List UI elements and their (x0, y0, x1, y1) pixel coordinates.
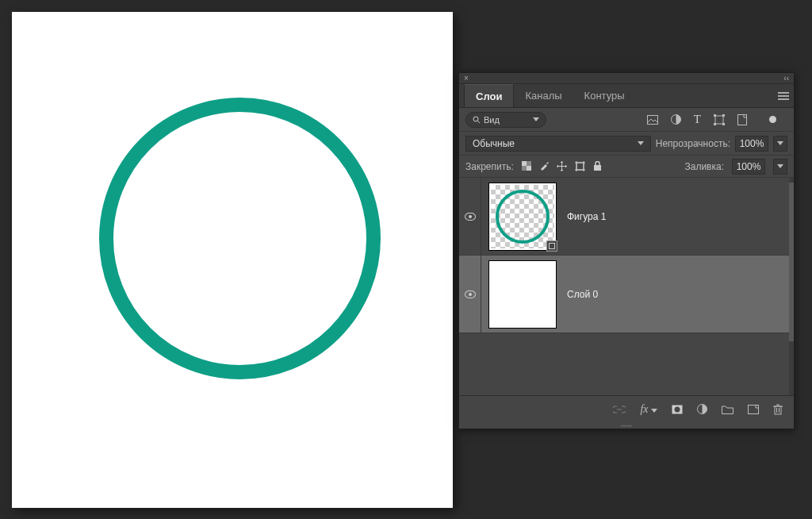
lock-brush-icon[interactable] (539, 161, 549, 171)
layers-panel: × ‹‹ Слои Каналы Контуры Вид T Обычные (458, 72, 795, 429)
svg-rect-19 (594, 165, 601, 171)
visibility-icon[interactable] (465, 290, 476, 298)
tab-layers[interactable]: Слои (464, 84, 514, 107)
svg-rect-4 (715, 116, 723, 124)
new-layer-icon[interactable] (748, 405, 759, 414)
mask-icon[interactable] (672, 405, 683, 414)
filter-toggle[interactable] (769, 116, 776, 123)
lock-all-icon[interactable] (593, 161, 602, 171)
svg-rect-10 (522, 161, 527, 166)
layer-item-shape[interactable]: Фигура 1 (459, 178, 789, 256)
shape-icon[interactable] (714, 114, 725, 125)
svg-rect-14 (576, 163, 584, 170)
layer-thumbnail[interactable] (489, 261, 556, 328)
panel-tab-row: Слои Каналы Контуры (459, 84, 794, 108)
svg-line-1 (478, 121, 481, 123)
svg-rect-6 (722, 114, 725, 117)
svg-point-21 (675, 406, 680, 412)
fill-dropdown[interactable] (773, 159, 787, 175)
visibility-icon[interactable] (465, 213, 476, 221)
layers-list: Фигура 1 Слой 0 (459, 178, 794, 395)
lock-move-icon[interactable] (557, 161, 567, 171)
type-icon[interactable]: T (694, 113, 701, 126)
search-label: Вид (484, 115, 500, 125)
svg-rect-12 (527, 161, 531, 166)
layer-search[interactable]: Вид (465, 112, 546, 128)
svg-rect-9 (738, 114, 747, 125)
chevron-down-icon (777, 141, 783, 145)
document-canvas[interactable] (12, 12, 453, 508)
trash-icon[interactable] (773, 404, 783, 415)
shape-indicator-icon (546, 240, 557, 252)
chevron-down-icon (533, 117, 539, 121)
svg-rect-24 (775, 406, 781, 414)
shape-circle[interactable] (99, 98, 381, 379)
svg-rect-7 (714, 123, 716, 125)
svg-rect-5 (714, 114, 716, 117)
group-icon[interactable] (722, 405, 733, 414)
chevron-down-icon (777, 164, 783, 168)
blend-mode-value: Обычные (473, 138, 515, 149)
fill-label: Заливка: (684, 161, 724, 172)
tab-channels[interactable]: Каналы (514, 84, 573, 107)
close-icon[interactable]: × (464, 75, 469, 83)
panel-footer: fx (459, 395, 794, 422)
layer-item-background[interactable]: Слой 0 (459, 256, 789, 333)
filter-row: Вид T (459, 108, 794, 132)
fx-icon[interactable]: fx (640, 403, 657, 416)
lock-label: Закрепить: (465, 161, 514, 172)
layer-name[interactable]: Фигура 1 (567, 211, 606, 222)
svg-rect-23 (749, 405, 759, 413)
lock-artboard-icon[interactable] (575, 161, 585, 171)
panel-title-bar: × ‹‹ (459, 73, 794, 84)
search-icon (473, 116, 481, 124)
lock-pixels-icon[interactable] (522, 161, 531, 171)
blend-row: Обычные Непрозрачность: 100% (459, 132, 794, 156)
adjust-icon[interactable] (671, 114, 681, 125)
smart-icon[interactable] (737, 114, 747, 125)
opacity-dropdown[interactable] (773, 136, 787, 152)
tab-paths[interactable]: Контуры (573, 84, 636, 107)
fill-value[interactable]: 100% (732, 159, 765, 175)
panel-resize-grip[interactable]: ▪▪▪▪▪ (459, 422, 794, 429)
adjustment-icon[interactable] (697, 404, 707, 414)
svg-rect-2 (647, 115, 657, 124)
collapse-icon[interactable]: ‹‹ (783, 74, 789, 83)
image-icon[interactable] (647, 115, 658, 125)
svg-rect-13 (522, 166, 527, 171)
svg-rect-8 (722, 123, 725, 125)
svg-point-0 (473, 117, 478, 121)
opacity-label: Непрозрачность: (656, 138, 730, 149)
svg-rect-11 (527, 166, 531, 171)
opacity-value[interactable]: 100% (735, 136, 768, 152)
panel-menu-icon[interactable] (773, 84, 794, 107)
layers-scrollbar[interactable] (789, 178, 794, 395)
link-icon[interactable] (613, 406, 626, 413)
blend-mode-select[interactable]: Обычные (465, 136, 651, 152)
lock-row: Закрепить: Заливка: 100% (459, 156, 794, 178)
chevron-down-icon (638, 141, 644, 145)
layer-name[interactable]: Слой 0 (567, 289, 598, 300)
